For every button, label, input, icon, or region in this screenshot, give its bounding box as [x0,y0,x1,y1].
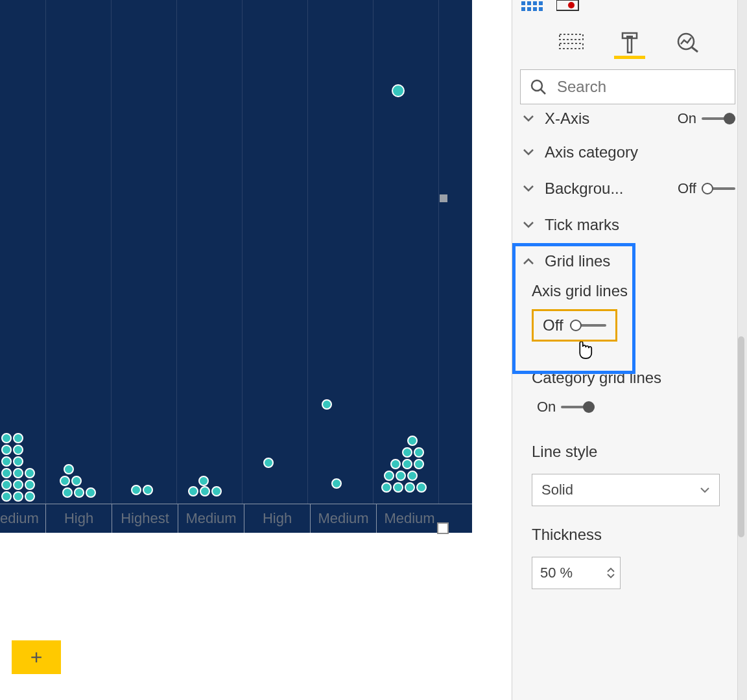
chevron-down-icon[interactable] [521,185,536,192]
category-grid-lines-toggle[interactable]: On [532,396,735,428]
resize-handle-corner[interactable] [437,522,449,534]
plus-icon: + [30,646,43,670]
svg-point-9 [568,2,575,8]
resize-handle-right[interactable] [440,194,447,202]
line-style-label: Line style [512,430,747,469]
spinner-down-icon[interactable] [607,574,615,579]
xaxis-label: X-Axis [545,110,669,128]
svg-rect-6 [533,7,537,11]
grid-lines-label: Grid lines [545,252,735,270]
svg-rect-1 [527,1,531,5]
axis-grid-lines-label: Axis grid lines [512,277,747,308]
chevron-down-icon[interactable] [521,115,536,122]
svg-rect-0 [521,1,525,5]
chart-canvas-area[interactable]: edium High Highest Medium High Medium Me… [0,0,512,700]
search-icon [530,78,547,95]
spinner-up-icon[interactable] [607,567,615,572]
record-view-icon[interactable] [556,0,580,12]
chevron-down-icon[interactable] [521,221,536,229]
background-label: Backgrou... [545,180,669,198]
svg-rect-5 [527,7,531,11]
search-box[interactable] [520,69,735,104]
background-toggle[interactable]: Off [678,180,735,197]
thickness-label: Thickness [512,511,747,552]
svg-rect-4 [521,7,525,11]
category-grid-lines-label: Category grid lines [512,351,747,395]
grid-view-icon[interactable] [521,1,543,12]
svg-rect-11 [560,43,583,49]
tick-marks-label: Tick marks [545,216,735,234]
svg-line-16 [541,89,545,94]
chevron-up-icon[interactable] [521,257,536,265]
svg-rect-2 [533,1,537,5]
svg-rect-12 [626,36,633,39]
axis-category-label: Axis category [545,143,735,161]
line-style-dropdown[interactable]: Solid [532,474,720,506]
axis-grid-lines-toggle[interactable]: Off [532,309,617,342]
x-axis-labels: edium High Highest Medium High Medium Me… [0,504,472,533]
svg-point-15 [532,80,542,91]
chevron-down-icon [700,487,710,493]
svg-line-14 [692,47,698,52]
svg-rect-10 [560,34,583,40]
analytics-tab[interactable] [672,29,704,59]
svg-rect-8 [556,0,578,10]
add-page-button[interactable]: + [12,640,61,674]
format-tab[interactable] [614,29,645,59]
xaxis-toggle[interactable]: On [678,110,735,127]
scrollbar-vertical[interactable] [738,336,744,537]
search-input[interactable] [556,77,747,97]
svg-rect-7 [539,7,543,11]
format-panel: X-Axis On Axis category Backgrou... Off [512,0,747,700]
svg-rect-3 [539,1,543,5]
fields-tab[interactable] [556,29,587,59]
chevron-down-icon[interactable] [521,148,536,156]
thickness-stepper[interactable]: 50 % [532,557,621,589]
scatter-plot[interactable]: edium High Highest Medium High Medium Me… [0,0,472,533]
